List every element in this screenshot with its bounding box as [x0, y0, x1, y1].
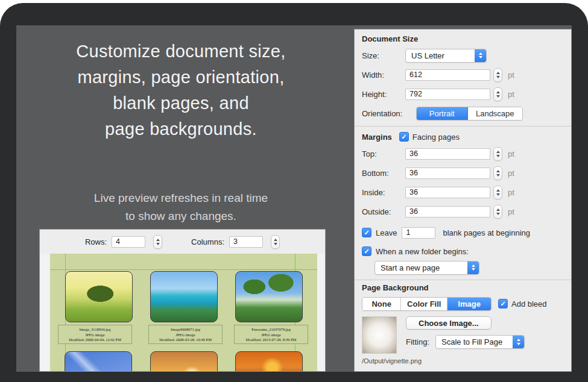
margin-outside-label: Outside: [362, 207, 405, 216]
facing-pages-checkbox[interactable]: ✓ [399, 132, 409, 142]
size-popup-value: US Letter [406, 51, 475, 60]
new-folder-action-value: Start a new page [375, 263, 467, 272]
stepper-down-icon [496, 155, 500, 157]
size-label: Size: [362, 51, 405, 60]
orientation-row: Orientation: Portrait Landscape [362, 104, 564, 123]
margin-outside-stepper[interactable] [493, 205, 502, 219]
margin-top-stepper[interactable] [493, 147, 502, 161]
stepper-up-icon [496, 189, 500, 192]
width-stepper[interactable] [493, 68, 502, 82]
size-row: Size: US Letter [362, 46, 564, 65]
new-folder-action-row: Start a new page [362, 258, 564, 277]
blank-pages-row: ✓ Leave blank pages at beginning [362, 221, 564, 244]
background-image-preview [362, 316, 397, 354]
height-input[interactable] [405, 89, 490, 100]
choose-image-button[interactable]: Choose Image... [406, 316, 492, 330]
background-image-path: /Output/vignette.png [362, 357, 564, 365]
margin-bottom-row: Bottom: pt [362, 163, 564, 183]
margin-top-input[interactable] [405, 148, 490, 160]
margin-bottom-unit: pt [508, 169, 514, 178]
columns-stepper[interactable] [271, 235, 280, 249]
margin-outside-row: Outside: pt [362, 202, 564, 221]
width-row: Width: pt [362, 65, 564, 84]
rows-stepper[interactable] [153, 235, 162, 249]
stepper-down-icon [496, 193, 500, 196]
document-size-title: Document Size [362, 34, 564, 43]
height-stepper[interactable] [493, 87, 502, 101]
caption-box: Image9668071.jpg JPEG image Modified: 20… [148, 325, 223, 344]
margin-outside-input[interactable] [405, 206, 490, 218]
stepper-down-icon [496, 76, 500, 78]
columns-input[interactable] [229, 236, 263, 248]
popup-chevrons-icon [467, 261, 479, 274]
section-divider [355, 280, 571, 280]
fitting-popup-value: Scale to Fill Page [436, 337, 513, 346]
add-bleed-checkbox[interactable]: ✓ [498, 299, 508, 308]
fitting-popup[interactable]: Scale to Fill Page [435, 335, 525, 349]
margin-inside-label: Inside: [362, 188, 405, 197]
margin-guide-top [50, 269, 317, 270]
subtext-line: Live preview refreshes in real time [36, 189, 326, 207]
size-popup[interactable]: US Letter [405, 49, 487, 63]
new-folder-row: ✓ When a new folder begins: [362, 244, 564, 258]
orientation-landscape-segment[interactable]: Landscape [468, 107, 522, 120]
checkmark-icon: ✓ [364, 230, 369, 236]
blank-pages-count-input[interactable] [402, 227, 435, 239]
margin-bottom-input[interactable] [405, 168, 490, 179]
background-color-fill-segment[interactable]: Color Fill [401, 298, 447, 310]
margin-inside-stepper[interactable] [493, 186, 502, 199]
leave-blank-pages-checkbox[interactable]: ✓ [362, 228, 371, 237]
orientation-portrait-segment[interactable]: Portrait [417, 107, 468, 120]
caption-kind: JPEG image [149, 333, 222, 338]
stepper-up-icon [496, 151, 500, 153]
popup-chevrons-icon [513, 336, 524, 348]
checkmark-icon: ✓ [401, 134, 406, 140]
caption-modified: Modified: 2008-03-28, 10:49 PM [149, 337, 222, 343]
hero-headline: Customize document size, margins, page o… [15, 39, 347, 142]
new-folder-action-popup[interactable]: Start a new page [375, 261, 479, 275]
width-unit: pt [508, 70, 514, 80]
caption-box: Panorama_21637079.jpg JPEG image Modifie… [234, 325, 308, 344]
margin-inside-unit: pt [508, 188, 514, 197]
background-image-segment[interactable]: Image [447, 298, 491, 310]
leave-label: Leave [376, 228, 397, 237]
live-preview-window: Rows: Columns: Image_3118934.jpg JPEG im… [39, 229, 326, 372]
page-background-mode-row: None Color Fill Image ✓ Add bleed [362, 295, 564, 313]
width-input[interactable] [405, 69, 490, 81]
subtext-line: to show any changes. [36, 207, 326, 225]
thumbnail-beach-photo [150, 271, 218, 322]
settings-panel: Document Size Size: US Letter Width: pt … [354, 29, 572, 372]
new-folder-checkbox[interactable]: ✓ [362, 246, 371, 256]
margin-outside-unit: pt [508, 207, 514, 216]
thumbnail-sunset-clouds-photo [235, 351, 303, 372]
caption-filename: Image9668071.jpg [149, 327, 222, 333]
margins-header-row: Margins ✓ Facing pages [362, 130, 564, 144]
thumbnail-palms-photo [235, 271, 303, 322]
section-divider [355, 126, 571, 127]
stepper-up-icon [496, 208, 500, 211]
caption-filename: Panorama_21637079.jpg [235, 327, 308, 333]
page-background-title: Page Background [362, 283, 564, 292]
preview-page: Image_3118934.jpg JPEG image Modified: 2… [50, 254, 317, 372]
headline-line: margins, page orientation, [15, 64, 347, 90]
margin-top-unit: pt [508, 149, 514, 158]
hero-subtext: Live preview refreshes in real time to s… [36, 189, 326, 225]
width-label: Width: [362, 70, 405, 80]
popup-chevrons-icon [475, 49, 486, 62]
new-folder-label: When a new folder begins: [376, 247, 469, 256]
caption-filename: Image_3118934.jpg [58, 327, 131, 333]
fitting-label: Fitting: [406, 337, 429, 346]
height-unit: pt [508, 90, 514, 99]
margin-bottom-stepper[interactable] [493, 166, 502, 180]
stepper-up-icon [156, 239, 160, 241]
thumbnail-sky-photo [65, 351, 132, 372]
columns-label: Columns: [191, 237, 224, 246]
background-none-segment[interactable]: None [362, 298, 401, 310]
margin-inside-input[interactable] [405, 187, 490, 198]
stepper-down-icon [156, 243, 160, 245]
stepper-up-icon [274, 239, 277, 241]
stepper-down-icon [496, 95, 500, 98]
checkmark-icon: ✓ [500, 301, 505, 307]
rows-input[interactable] [112, 236, 145, 248]
margin-top-row: Top: pt [362, 144, 564, 163]
